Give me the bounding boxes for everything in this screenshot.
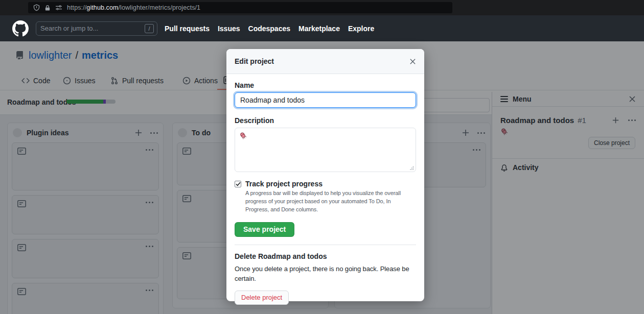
track-progress-checkbox-row[interactable]: Track project progress — [235, 180, 416, 188]
project-name-input[interactable] — [235, 92, 416, 108]
nav-pull-requests[interactable]: Pull requests — [165, 25, 210, 33]
nav-explore[interactable]: Explore — [348, 25, 374, 33]
description-label: Description — [235, 116, 416, 125]
dialog-header: Edit project — [226, 49, 424, 74]
url-path: /lowlighter/metrics/projects/1 — [118, 4, 200, 11]
url-scheme: https:// — [67, 4, 86, 11]
dialog-title: Edit project — [235, 57, 274, 65]
delete-section-heading: Delete Roadmap and todos — [235, 252, 416, 260]
github-mark-icon[interactable] — [12, 20, 29, 37]
delete-warning-text: Once you delete a project, there is no g… — [235, 264, 415, 284]
checkbox-checked[interactable] — [235, 181, 241, 187]
address-bar[interactable]: https://github.com/lowlighter/metrics/pr… — [28, 2, 452, 13]
github-header: / Pull requests Issues Codespaces Market… — [0, 15, 644, 41]
url-host: github.com — [86, 4, 118, 11]
edit-project-dialog: Edit project Name Description 🦑 Track pr… — [226, 49, 424, 301]
name-label: Name — [235, 81, 416, 89]
squid-emoji — [239, 132, 247, 139]
resize-grip-icon[interactable] — [410, 166, 414, 170]
track-progress-help-text: A progress bar will be displayed to help… — [245, 189, 415, 214]
site-settings-icon[interactable] — [55, 5, 62, 11]
search-input[interactable] — [40, 25, 145, 32]
global-nav: Pull requests Issues Codespaces Marketpl… — [165, 25, 374, 33]
global-search[interactable]: / — [36, 21, 157, 36]
project-description-textarea[interactable]: 🦑 — [235, 128, 416, 172]
slash-shortcut-badge: / — [145, 24, 154, 33]
nav-codespaces[interactable]: Codespaces — [248, 25, 290, 33]
url-text: https://github.com/lowlighter/metrics/pr… — [67, 4, 200, 11]
nav-issues[interactable]: Issues — [218, 25, 240, 33]
browser-chrome: https://github.com/lowlighter/metrics/pr… — [0, 0, 644, 15]
dialog-close-x-icon[interactable] — [409, 58, 416, 65]
nav-marketplace[interactable]: Marketplace — [298, 25, 340, 33]
dialog-body: Name Description 🦑 Track project progres… — [226, 74, 424, 305]
screen: https://github.com/lowlighter/metrics/pr… — [0, 0, 644, 314]
track-progress-label: Track project progress — [245, 180, 323, 188]
save-project-button[interactable]: Save project — [235, 222, 294, 237]
lock-icon[interactable] — [44, 5, 51, 11]
delete-project-button[interactable]: Delete project — [235, 291, 289, 305]
dialog-divider — [235, 245, 416, 245]
shield-icon[interactable] — [33, 4, 40, 11]
